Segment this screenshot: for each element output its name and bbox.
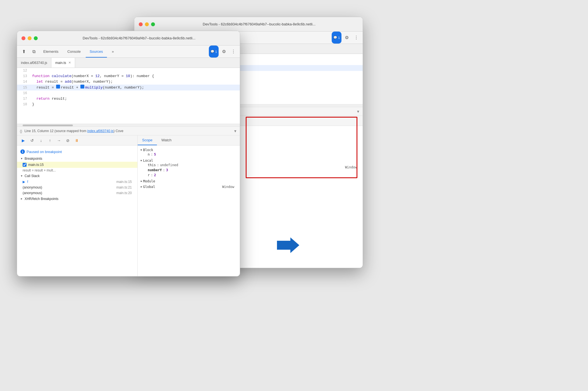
front-bottom-panel: ▶ ↺ ↓ ↑ → ⊘ ⏸ ℹ Paused on breakpoint ▼ B… (17, 135, 240, 276)
front-tab-scope[interactable]: Scope (138, 135, 157, 145)
front-close-button[interactable] (21, 36, 25, 40)
back-close-button[interactable] (139, 22, 143, 26)
front-block-var-n: n : 5 (140, 152, 237, 157)
front-deactivate-btn[interactable]: ⊘ (64, 137, 72, 144)
front-xhr-label: XHR/fetch Breakpoints (25, 197, 58, 201)
front-file-tab-ts[interactable]: main.ts ✕ (51, 58, 75, 68)
front-local-label: Local (143, 159, 153, 163)
front-source-link[interactable]: index.af063740.js (87, 129, 113, 133)
devtools-front-window: DevTools - 62c6b934c4b7f676049af4b7--buc… (17, 31, 240, 276)
front-local-var-r: r : 2 (140, 173, 237, 178)
front-right-panel: Scope Watch ▼ Block n : 5 (138, 135, 240, 276)
front-local-var-numberY: numberY : 3 (140, 168, 237, 173)
front-tab-console[interactable]: Console (63, 46, 85, 58)
front-left-panel: ▶ ↺ ↓ ↑ → ⊘ ⏸ ℹ Paused on breakpoint ▼ B… (17, 135, 138, 276)
front-resume-btn[interactable]: ▶ (19, 137, 27, 144)
front-breakpoint-label: main.ts:15 (28, 163, 44, 167)
back-cove-collapse[interactable]: ▼ (356, 109, 360, 114)
front-scope-local[interactable]: ▼ Local this : undefined numberY : 3 r (138, 158, 240, 178)
front-module-label: Module (143, 179, 155, 183)
front-cove-collapse[interactable]: ▼ (233, 129, 237, 133)
front-badge-icon: 💬 (211, 50, 214, 53)
front-cursor-icon[interactable]: ⬆ (19, 46, 28, 58)
front-maximize-button[interactable] (34, 36, 38, 40)
front-settings-icon[interactable]: ⚙ (220, 46, 228, 58)
front-step-out-btn[interactable]: ↑ (46, 137, 54, 144)
front-titlebar: DevTools - 62c6b934c4b7f676049af4b7--buc… (17, 31, 240, 46)
front-file-tab-js[interactable]: index.af063740.js (17, 58, 51, 68)
back-maximize-button[interactable] (151, 22, 155, 26)
back-badge-icon: 💬 (333, 36, 337, 39)
front-step-into-btn[interactable]: ↓ (37, 137, 45, 144)
front-scope-global[interactable]: ▼ Global Window (138, 184, 240, 190)
back-badge[interactable]: 💬 1 (332, 32, 341, 44)
front-scope-block[interactable]: ▼ Block n : 5 (138, 147, 240, 158)
front-code-line-16: 16 (17, 90, 240, 96)
front-tab-watch[interactable]: Watch (157, 135, 176, 145)
back-title: DevTools - 62c6b934c4b7f676049af4b7--buc… (160, 22, 358, 26)
front-title: DevTools - 62c6b934c4b7f676049af4b7--buc… (43, 36, 235, 40)
front-global-label: Global (143, 185, 155, 189)
front-more-icon[interactable]: ⋮ (229, 46, 238, 58)
front-code-line-17: 17 return result; (17, 96, 240, 102)
front-xhr-header[interactable]: ▼ XHR/fetch Breakpoints (17, 196, 137, 202)
front-code-line-15-highlighted: 15 result = result + multiply(numberX, n… (17, 85, 240, 90)
front-layers-icon[interactable]: ⧉ (29, 46, 38, 58)
front-file-ts-close[interactable]: ✕ (68, 61, 71, 65)
back-minimize-button[interactable] (145, 22, 149, 26)
blue-arrow-icon (277, 237, 299, 254)
front-info-text: Paused on breakpoint (27, 150, 62, 154)
front-tab-sources[interactable]: Sources (86, 46, 107, 58)
front-scope-tabs: Scope Watch (138, 135, 240, 146)
front-scrollbar[interactable] (17, 124, 240, 127)
front-traffic-lights (21, 36, 38, 40)
front-callstack-f[interactable]: ▶ f main.ts:15 (17, 179, 137, 185)
front-breakpoint-checkbox[interactable] (23, 163, 27, 167)
front-toolbar: ⬆ ⧉ Elements Console Sources » 💬 1 ⚙ ⋮ (17, 46, 240, 58)
front-file-js-label: index.af063740.js (21, 61, 47, 65)
front-callstack-anon1[interactable]: (anonymous) main.ts:21 (17, 185, 137, 190)
front-status-bar: {} Line 15, Column 12 (source mapped fro… (17, 127, 240, 135)
front-pause-btn[interactable]: ⏸ (73, 137, 81, 144)
front-file-ts-label: main.ts (55, 61, 66, 65)
front-status-text: Line 15, Column 12 (source mapped from i… (25, 129, 123, 133)
back-more-icon[interactable]: ⋮ (352, 32, 360, 44)
front-scope-module[interactable]: ▼ Module (138, 178, 240, 184)
front-tab-more[interactable]: » (108, 46, 118, 58)
front-file-tabs: index.af063740.js main.ts ✕ (17, 58, 240, 68)
front-badge[interactable]: 💬 1 (209, 46, 219, 58)
front-debugger-toolbar: ▶ ↺ ↓ ↑ → ⊘ ⏸ (17, 135, 137, 146)
front-panel-content: ℹ Paused on breakpoint ▼ Breakpoints mai… (17, 146, 137, 204)
front-tab-elements[interactable]: Elements (39, 46, 62, 58)
front-info-banner: ℹ Paused on breakpoint (17, 148, 137, 156)
front-breakpoint-item: main.ts:15 (17, 162, 137, 168)
front-code-line-18: 18 } (17, 102, 240, 107)
back-titlebar: DevTools - 62c6b934c4b7f676049af4b7--buc… (134, 17, 363, 32)
front-step-over-btn[interactable]: ↺ (28, 137, 36, 144)
front-minimize-button[interactable] (28, 36, 32, 40)
front-info-icon: ℹ (20, 149, 25, 154)
front-breakpoints-label: Breakpoints (25, 157, 42, 161)
front-step-btn[interactable]: → (55, 137, 63, 144)
front-code-line-14: 14 let result = add(numberX, numberY); (17, 79, 240, 85)
svg-marker-0 (277, 237, 299, 253)
back-global-value: Window (345, 165, 360, 169)
front-global-value: Window (222, 185, 237, 189)
front-badge-count: 1 (215, 50, 217, 53)
front-curly-icon[interactable]: {} (20, 129, 22, 133)
front-local-var-this: this : undefined (140, 163, 237, 168)
front-code-area: 12 13 function calculate(numberX = 12, n… (17, 68, 240, 124)
back-traffic-lights (139, 22, 155, 26)
front-breakpoints-header[interactable]: ▼ Breakpoints (17, 156, 137, 162)
front-scrollbar-thumb[interactable] (23, 125, 73, 126)
front-code-line-12: 12 (17, 68, 240, 73)
front-callstack-header[interactable]: ▼ Call Stack (17, 173, 137, 179)
blue-arrow-overlay (277, 237, 299, 255)
back-badge-count: 1 (338, 36, 340, 39)
back-settings-icon[interactable]: ⚙ (343, 32, 351, 44)
front-block-label: Block (143, 148, 153, 152)
front-code-line-13: 13 function calculate(numberX = 12, numb… (17, 73, 240, 79)
front-breakpoint-code: result = result + mult... (17, 168, 137, 173)
front-callstack-label: Call Stack (25, 174, 40, 178)
front-callstack-anon2[interactable]: (anonymous) main.ts:20 (17, 190, 137, 196)
